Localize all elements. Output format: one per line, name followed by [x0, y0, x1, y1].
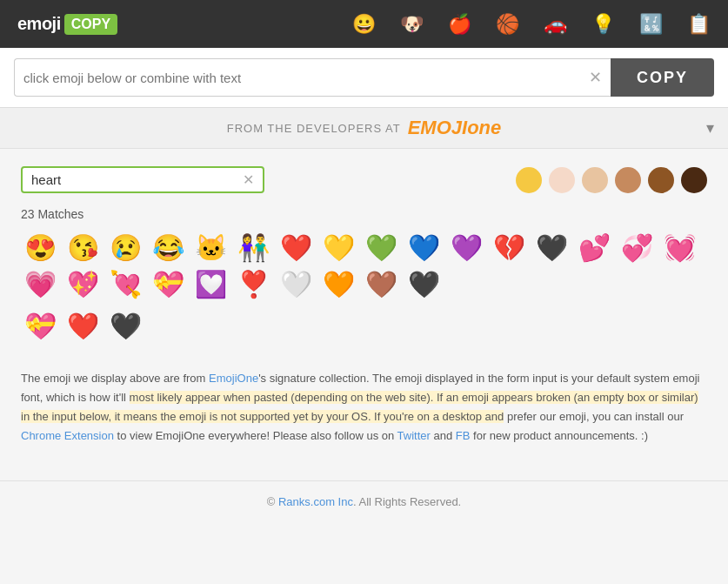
logo[interactable]: emoji COPY: [17, 14, 117, 35]
copyright-end: . All Rights Reserved.: [353, 495, 461, 508]
flags-icon[interactable]: 📋: [687, 13, 711, 36]
emoji-item[interactable]: 💖: [63, 268, 103, 301]
emoji-item[interactable]: 💗: [21, 268, 60, 301]
search-area: ✕ COPY: [0, 48, 728, 108]
emoji-item[interactable]: 😍: [21, 232, 60, 265]
emoji-item[interactable]: 💙: [404, 232, 444, 265]
copyright-text: ©: [267, 495, 278, 508]
emoji-item[interactable]: 🖤: [532, 232, 571, 265]
dev-banner-text: FROM THE DEVELOPERS AT: [227, 122, 401, 135]
emoji-item[interactable]: 🐱: [191, 232, 230, 265]
skin-tone-selector: [516, 167, 707, 193]
main-search-input[interactable]: [23, 70, 589, 85]
dev-banner-logo: EMOJIone: [408, 117, 502, 139]
emoji-item[interactable]: 💟: [191, 268, 230, 301]
emoji-item[interactable]: ❣️: [234, 268, 273, 301]
skin-tone-dark[interactable]: [681, 167, 707, 193]
emoji-item[interactable]: 😘: [63, 232, 103, 265]
travel-icon[interactable]: 🚗: [544, 13, 567, 36]
emoji-item[interactable]: ❤️: [63, 310, 103, 343]
emoji-item[interactable]: 💘: [106, 268, 145, 301]
copyright: © Ranks.com Inc. All Rights Reserved.: [0, 480, 728, 522]
skin-tone-light[interactable]: [549, 167, 575, 193]
emoji-item[interactable]: ❤️: [277, 232, 316, 265]
emoji-item[interactable]: 🖤: [106, 310, 145, 343]
footer-and: and: [431, 429, 456, 442]
emoji-item[interactable]: 👫: [234, 232, 273, 265]
fb-link[interactable]: FB: [456, 429, 471, 442]
logo-badge: COPY: [64, 14, 117, 35]
emoji-item[interactable]: 🧡: [319, 268, 358, 301]
emoji-item[interactable]: 😢: [106, 232, 145, 265]
footer-mid3: to view EmojiOne everywhere! Please also…: [114, 429, 397, 442]
smiley-icon[interactable]: 😀: [352, 13, 376, 36]
emoji-item[interactable]: 🖤: [404, 268, 444, 301]
emoji-item[interactable]: 💔: [490, 232, 529, 265]
footer-intro: The emoji we display above are from: [21, 372, 209, 385]
filter-clear-icon[interactable]: ✕: [243, 171, 254, 188]
emojione-link[interactable]: EmojiOne: [209, 372, 258, 385]
dev-banner: FROM THE DEVELOPERS AT EMOJIone ▾: [0, 108, 728, 149]
footer-mid2: prefer our emoji, you can install our: [504, 410, 684, 423]
emoji-grid-row2: 💝 ❤️ 🖤: [21, 310, 707, 343]
main-search-wrap: ✕: [14, 58, 611, 97]
emoji-item[interactable]: 💝: [149, 268, 188, 301]
footer-text: The emoji we display above are from Emoj…: [21, 369, 707, 446]
emoji-item[interactable]: 💞: [618, 232, 657, 265]
emoji-item[interactable]: 💚: [362, 232, 401, 265]
skin-tone-medium[interactable]: [615, 167, 641, 193]
filter-row: ✕: [21, 166, 707, 193]
skin-tone-medium-light[interactable]: [582, 167, 608, 193]
skin-tone-default[interactable]: [516, 167, 542, 193]
ranks-link[interactable]: Ranks.com Inc: [278, 495, 353, 508]
footer-end: for new product announcements. :): [470, 429, 648, 442]
skin-tone-medium-dark[interactable]: [648, 167, 674, 193]
dev-banner-chevron-icon[interactable]: ▾: [706, 118, 714, 138]
emoji-item[interactable]: 💛: [319, 232, 358, 265]
main-content: ✕ 23 Matches 😍 😘 😢 😂 🐱 👫 ❤️ 💛 💚 💙 💜 💔 🖤 …: [0, 149, 728, 480]
logo-text: emoji: [17, 14, 61, 34]
emoji-grid: 😍 😘 😢 😂 🐱 👫 ❤️ 💛 💚 💙 💜 💔 🖤 💕 💞 💓 💗 💖 💘 💝…: [21, 232, 707, 301]
emoji-item[interactable]: 💜: [447, 232, 486, 265]
emoji-item[interactable]: 💓: [660, 232, 699, 265]
search-filter-input[interactable]: [31, 172, 243, 187]
food-icon[interactable]: 🍎: [448, 13, 471, 36]
copy-button[interactable]: COPY: [611, 58, 714, 97]
emoji-item[interactable]: 💝: [21, 310, 60, 343]
main-search-clear-icon[interactable]: ✕: [589, 70, 602, 85]
twitter-link[interactable]: Twitter: [397, 429, 431, 442]
emoji-item[interactable]: 💕: [575, 232, 614, 265]
objects-icon[interactable]: 💡: [591, 13, 615, 36]
symbols-icon[interactable]: 🔣: [639, 13, 663, 36]
search-filter-wrap: ✕: [21, 166, 264, 193]
animals-icon[interactable]: 🐶: [400, 13, 424, 36]
matches-count: 23 Matches: [21, 207, 707, 221]
activities-icon[interactable]: 🏀: [496, 13, 519, 36]
emoji-item[interactable]: 🤍: [277, 268, 316, 301]
header: emoji COPY 😀 🐶 🍎 🏀 🚗 💡 🔣 📋: [0, 0, 728, 48]
emoji-item[interactable]: 😂: [149, 232, 188, 265]
header-icons: 😀 🐶 🍎 🏀 🚗 💡 🔣 📋: [352, 13, 711, 36]
emoji-item[interactable]: 🤎: [362, 268, 401, 301]
chrome-extension-link[interactable]: Chrome Extension: [21, 429, 114, 442]
